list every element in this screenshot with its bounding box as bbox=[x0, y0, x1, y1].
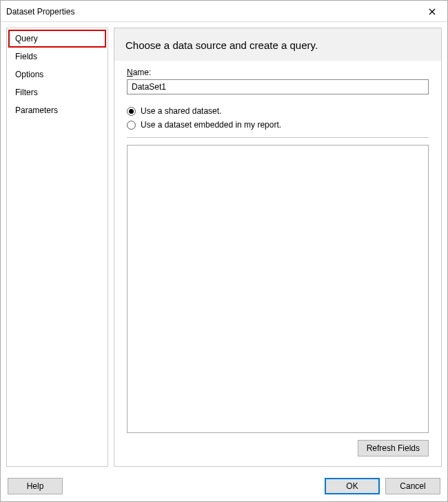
close-icon bbox=[429, 8, 436, 15]
sidebar-item-label: Filters bbox=[15, 88, 38, 97]
dialog-body: Query Fields Options Filters Parameters … bbox=[1, 22, 447, 472]
sidebar-item-options[interactable]: Options bbox=[8, 66, 106, 83]
name-label: Name: bbox=[127, 68, 429, 77]
name-label-rest: ame: bbox=[133, 68, 152, 77]
refresh-fields-button[interactable]: Refresh Fields bbox=[358, 440, 429, 456]
name-label-accelerator: N bbox=[127, 68, 133, 77]
sidebar-item-label: Options bbox=[15, 70, 43, 79]
sidebar-item-fields[interactable]: Fields bbox=[8, 48, 106, 66]
cancel-button[interactable]: Cancel bbox=[385, 478, 440, 494]
radio-shared-label: Use a shared dataset. bbox=[141, 106, 221, 116]
sidebar-item-label: Parameters bbox=[15, 106, 58, 115]
radio-icon bbox=[127, 121, 136, 130]
titlebar: Dataset Properties bbox=[1, 1, 447, 22]
sidebar: Query Fields Options Filters Parameters bbox=[6, 28, 108, 467]
dialog-footer: Help OK Cancel bbox=[1, 472, 447, 501]
refresh-row: Refresh Fields bbox=[127, 440, 429, 459]
sidebar-item-parameters[interactable]: Parameters bbox=[8, 101, 106, 119]
panel-heading: Choose a data source and create a query. bbox=[125, 39, 430, 51]
footer-right: OK Cancel bbox=[325, 478, 440, 494]
main-panel: Choose a data source and create a query.… bbox=[114, 28, 442, 467]
query-editor-area[interactable] bbox=[127, 145, 429, 433]
ok-button[interactable]: OK bbox=[325, 478, 380, 494]
divider bbox=[127, 137, 429, 138]
radio-embedded-label: Use a dataset embedded in my report. bbox=[141, 120, 281, 130]
radio-shared-dataset[interactable]: Use a shared dataset. bbox=[127, 104, 429, 118]
sidebar-item-filters[interactable]: Filters bbox=[8, 83, 106, 101]
radio-icon bbox=[127, 107, 136, 116]
sidebar-item-label: Fields bbox=[15, 52, 37, 61]
radio-selected-dot bbox=[129, 109, 134, 114]
dataset-properties-dialog: Dataset Properties Query Fields Options … bbox=[0, 0, 448, 502]
radio-embedded-dataset[interactable]: Use a dataset embedded in my report. bbox=[127, 118, 429, 132]
help-button[interactable]: Help bbox=[8, 478, 63, 494]
close-button[interactable] bbox=[422, 5, 442, 19]
dataset-type-radio-group: Use a shared dataset. Use a dataset embe… bbox=[127, 104, 429, 132]
name-input[interactable] bbox=[127, 79, 429, 94]
sidebar-item-query[interactable]: Query bbox=[8, 30, 106, 48]
content-area: Name: Use a shared dataset. Use a datase… bbox=[114, 61, 441, 466]
header-strip: Choose a data source and create a query. bbox=[114, 28, 441, 61]
dialog-title: Dataset Properties bbox=[6, 7, 74, 17]
sidebar-item-label: Query bbox=[15, 34, 38, 43]
